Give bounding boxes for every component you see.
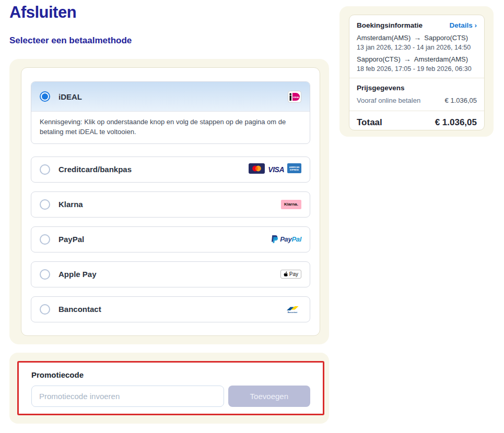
visa-logo-icon: VISA <box>268 165 284 174</box>
total-value: € 1.036,05 <box>435 117 477 128</box>
flight-dates-return: 18 feb 2026, 17:05 - 19 feb 2026, 06:30 <box>357 65 477 73</box>
promo-code-panel: Promotiecode Toevoegen <box>9 353 329 424</box>
payment-option-bancontact[interactable]: Bancontact Bancontact <box>31 296 310 322</box>
radio-bancontact[interactable] <box>40 304 50 315</box>
payment-option-applepay[interactable]: Apple Pay Pay <box>31 261 310 287</box>
total-label: Totaal <box>357 117 382 128</box>
flight-route-outbound: Amsterdam(AMS) → Sapporo(CTS) <box>357 33 477 42</box>
add-promo-button[interactable]: Toevoegen <box>228 386 310 407</box>
page-title: Afsluiten <box>9 3 76 22</box>
applepay-logo-icon: Pay <box>280 270 301 279</box>
details-link[interactable]: Details › <box>449 21 477 29</box>
route-arrow-icon: → <box>404 55 411 63</box>
payment-option-creditcard[interactable]: Creditcard/bankpas VISA <box>31 157 310 183</box>
price-row: Vooraf online betalen € 1.036,05 <box>357 97 477 104</box>
payment-option-ideal-header[interactable]: iDEAL iDEAL <box>31 82 310 111</box>
promo-code-title: Promotiecode <box>31 370 310 379</box>
bancontact-logo-icon: Bancontact <box>284 305 301 314</box>
payment-option-label: Creditcard/bankpas <box>58 165 132 174</box>
section-title-payment-method: Selecteer een betaalmethode <box>9 35 132 46</box>
svg-text:Bancontact: Bancontact <box>288 311 298 314</box>
svg-text:EXPRESS: EXPRESS <box>290 169 299 171</box>
payment-option-label: PayPal <box>58 235 84 244</box>
payment-option-label: Klarna <box>58 200 83 209</box>
route-arrow-icon: → <box>414 33 421 42</box>
amex-logo-icon: AMERICAN EXPRESS <box>287 163 301 175</box>
booking-info-title: Boekingsinformatie <box>357 21 423 29</box>
flight-dates-outbound: 13 jan 2026, 12:30 - 14 jan 2026, 14:50 <box>357 44 477 51</box>
payment-option-paypal[interactable]: PayPal PayPal <box>31 226 310 252</box>
radio-applepay[interactable] <box>40 269 50 280</box>
payment-methods-card: iDEAL iDEAL Kennisgeving: Klik op onders… <box>21 67 320 336</box>
radio-paypal[interactable] <box>40 234 50 245</box>
booking-summary-card: Boekingsinformatie Details › Amsterdam(A… <box>349 15 485 130</box>
flight-route-return: Sapporo(CTS) → Amsterdam(AMS) <box>357 55 477 63</box>
klarna-logo-icon: Klarna. <box>281 200 301 209</box>
payment-option-ideal[interactable]: iDEAL iDEAL Kennisgeving: Klik op onders… <box>31 81 310 144</box>
svg-text:iDEAL: iDEAL <box>293 95 300 98</box>
payment-methods-panel: iDEAL iDEAL Kennisgeving: Klik op onders… <box>9 59 329 344</box>
mastercard-logo-icon <box>249 163 265 176</box>
checkout-page: Afsluiten Selecteer een betaalmethode iD… <box>0 0 504 433</box>
radio-klarna[interactable] <box>40 199 50 210</box>
radio-ideal[interactable] <box>40 91 50 102</box>
radio-creditcard[interactable] <box>40 164 50 175</box>
paypal-logo-icon: PayPal <box>271 235 301 244</box>
payment-option-label: Bancontact <box>58 305 101 314</box>
ideal-logo-icon: iDEAL <box>288 91 301 103</box>
price-details-title: Prijsgegevens <box>357 84 477 92</box>
payment-option-klarna[interactable]: Klarna Klarna. <box>31 191 310 218</box>
svg-text:AMERICAN: AMERICAN <box>289 166 300 169</box>
promo-code-card-highlighted: Promotiecode Toevoegen <box>17 361 324 415</box>
payment-option-label: iDEAL <box>58 92 82 101</box>
booking-summary-panel: Boekingsinformatie Details › Amsterdam(A… <box>339 6 494 137</box>
total-row: Totaal € 1.036,05 <box>349 111 484 134</box>
promo-code-input[interactable] <box>31 386 224 407</box>
ideal-notice-text: Kennisgeving: Klik op onderstaande knop … <box>31 111 310 143</box>
payment-option-label: Apple Pay <box>58 270 97 279</box>
